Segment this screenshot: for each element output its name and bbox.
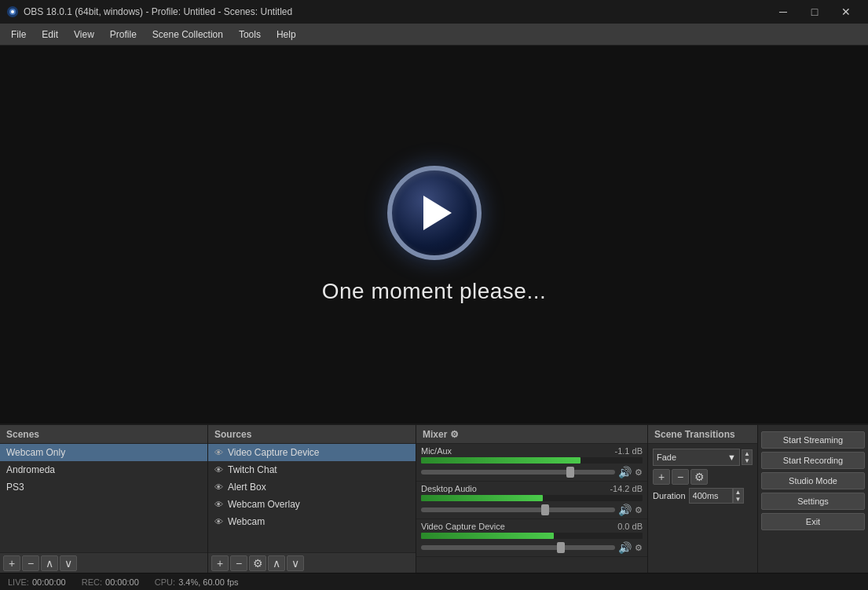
mixer-track-name-video: Video Capture Device: [421, 522, 505, 531]
mixer-config-icon-mic[interactable]: ⚙: [635, 467, 643, 478]
sources-down-button[interactable]: ∨: [287, 555, 304, 571]
duration-label: Duration: [653, 491, 686, 500]
source-item-webcam-overlay[interactable]: 👁 Webcam Overlay: [208, 496, 416, 513]
controls-panel: Start Streaming Start Recording Studio M…: [758, 425, 868, 573]
mixer-track-db-video: 0.0 dB: [617, 522, 643, 531]
source-item-webcam[interactable]: 👁 Webcam: [208, 513, 416, 530]
menu-tools[interactable]: Tools: [231, 26, 269, 43]
scenes-list: Webcam Only Andromeda PS3: [0, 444, 207, 552]
scenes-remove-button[interactable]: −: [22, 555, 39, 571]
mixer-level-fill-desktop: [421, 495, 543, 501]
scenes-down-button[interactable]: ∨: [60, 555, 77, 571]
transition-type-down-button[interactable]: ▼: [742, 457, 752, 464]
sources-up-button[interactable]: ∧: [268, 555, 285, 571]
sources-settings-button[interactable]: ⚙: [249, 555, 266, 571]
mixer-track-db-desktop: -14.2 dB: [610, 484, 643, 493]
sources-add-button[interactable]: +: [211, 555, 229, 571]
minimize-button[interactable]: ─: [767, 0, 799, 24]
window-title: OBS 18.0.1 (64bit, windows) - Profile: U…: [24, 6, 767, 17]
rec-status: REC: 00:00:00: [82, 577, 139, 587]
mixer-slider-thumb-desktop[interactable]: [541, 504, 549, 515]
live-label: LIVE:: [8, 577, 29, 587]
bottom-panel: Scenes Webcam Only Andromeda PS3 + − ∧ ∨…: [0, 423, 868, 573]
mixer-config-icon-desktop[interactable]: ⚙: [635, 505, 643, 515]
preview-area: One moment please...: [0, 46, 868, 423]
mixer-mute-icon-video[interactable]: 🔊: [618, 541, 632, 554]
mixer-slider-thumb-video[interactable]: [557, 542, 565, 553]
play-icon: [423, 196, 452, 230]
mixer-slider-thumb-mic[interactable]: [566, 467, 574, 478]
play-button-circle[interactable]: [387, 166, 482, 260]
transitions-panel: Scene Transitions Fade ▼ ▲ ▼ + − ⚙ Durat…: [648, 425, 758, 573]
menu-view[interactable]: View: [66, 26, 102, 43]
duration-decrement-button[interactable]: ▼: [734, 496, 743, 503]
mixer-level-bar-desktop: [421, 495, 643, 501]
transition-remove-button[interactable]: −: [672, 469, 689, 485]
scene-item-andromeda[interactable]: Andromeda: [0, 461, 207, 478]
scenes-add-button[interactable]: +: [3, 555, 20, 571]
sources-remove-button[interactable]: −: [230, 555, 247, 571]
duration-increment-button[interactable]: ▲: [734, 489, 743, 496]
transition-add-button[interactable]: +: [653, 469, 670, 485]
scenes-toolbar: + − ∧ ∨: [0, 552, 207, 573]
menu-edit[interactable]: Edit: [34, 26, 66, 43]
mixer-config-icon-video[interactable]: ⚙: [635, 543, 643, 553]
mixer-level-bar-video: [421, 533, 643, 539]
duration-row: Duration ▲ ▼: [653, 488, 753, 504]
menu-file[interactable]: File: [3, 26, 34, 43]
source-item-video-capture[interactable]: 👁 Video Capture Device: [208, 444, 416, 461]
mixer-mute-icon-desktop[interactable]: 🔊: [618, 504, 632, 516]
mixer-volume-slider-mic[interactable]: [421, 470, 615, 475]
exit-button[interactable]: Exit: [761, 513, 865, 530]
duration-input[interactable]: [689, 488, 733, 504]
studio-mode-button[interactable]: Studio Mode: [761, 472, 865, 489]
rec-value: 00:00:00: [105, 577, 139, 587]
close-button[interactable]: ✕: [830, 0, 862, 24]
cpu-value: 3.4%, 60.00 fps: [178, 577, 238, 587]
scenes-up-button[interactable]: ∧: [41, 555, 58, 571]
settings-button[interactable]: Settings: [761, 493, 865, 510]
cpu-status: CPU: 3.4%, 60.00 fps: [155, 577, 239, 587]
eye-icon: 👁: [214, 448, 223, 457]
transitions-header: Scene Transitions: [648, 425, 757, 444]
sources-list: 👁 Video Capture Device 👁 Twitch Chat 👁 A…: [208, 444, 416, 552]
menubar: File Edit View Profile Scene Collection …: [0, 24, 868, 46]
mixer-settings-icon[interactable]: [450, 429, 459, 440]
source-item-alert-box[interactable]: 👁 Alert Box: [208, 478, 416, 496]
mixer-track-name-desktop: Desktop Audio: [421, 484, 477, 493]
maximize-button[interactable]: □: [799, 0, 830, 24]
mixer-header: Mixer: [416, 425, 647, 444]
transition-type-up-button[interactable]: ▲: [742, 450, 752, 457]
scene-item-ps3[interactable]: PS3: [0, 478, 207, 496]
live-value: 00:00:00: [32, 577, 66, 587]
window-controls: ─ □ ✕: [767, 0, 862, 24]
transition-type-select[interactable]: Fade ▼: [653, 449, 740, 466]
rec-label: REC:: [82, 577, 102, 587]
transition-settings-button[interactable]: ⚙: [690, 469, 708, 485]
statusbar: LIVE: 00:00:00 REC: 00:00:00 CPU: 3.4%, …: [0, 573, 868, 590]
chevron-down-icon: ▼: [727, 453, 736, 462]
mixer-track-name-mic: Mic/Aux: [421, 446, 452, 456]
transitions-content: Fade ▼ ▲ ▼ + − ⚙ Duration ▲: [648, 444, 757, 573]
source-item-twitch-chat[interactable]: 👁 Twitch Chat: [208, 461, 416, 478]
mixer-level-fill-mic: [421, 457, 580, 464]
start-recording-button[interactable]: Start Recording: [761, 452, 865, 469]
menu-scene-collection[interactable]: Scene Collection: [145, 26, 231, 43]
mixer-track-video: Video Capture Device 0.0 dB 🔊 ⚙: [416, 519, 647, 557]
menu-help[interactable]: Help: [269, 26, 304, 43]
scene-item-webcam-only[interactable]: Webcam Only: [0, 444, 207, 461]
menu-profile[interactable]: Profile: [102, 26, 145, 43]
scenes-header: Scenes: [0, 425, 207, 444]
eye-icon: 👁: [214, 517, 223, 526]
mixer-level-bar-mic: [421, 457, 643, 464]
eye-icon: 👁: [214, 500, 223, 509]
sources-toolbar: + − ⚙ ∧ ∨: [208, 552, 416, 573]
app-icon: [6, 5, 19, 18]
mixer-mute-icon-mic[interactable]: 🔊: [618, 466, 632, 478]
mixer-panel: Mixer Mic/Aux -1.1 dB 🔊 ⚙: [416, 425, 648, 573]
start-streaming-button[interactable]: Start Streaming: [761, 431, 865, 449]
mixer-level-fill-video: [421, 533, 554, 539]
mixer-volume-slider-video[interactable]: [421, 545, 615, 550]
mixer-volume-slider-desktop[interactable]: [421, 508, 615, 512]
svg-point-2: [11, 10, 14, 13]
